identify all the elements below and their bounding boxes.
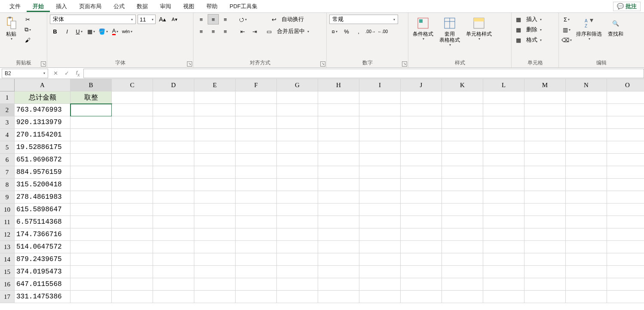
cell[interactable]: 763.9476993	[15, 104, 71, 116]
cell[interactable]	[236, 129, 277, 141]
cell[interactable]	[318, 266, 359, 278]
row-header[interactable]: 13	[0, 241, 15, 253]
cell[interactable]	[318, 278, 359, 291]
cell[interactable]	[359, 191, 401, 204]
cell[interactable]	[153, 104, 194, 116]
cell[interactable]	[71, 116, 112, 129]
cell[interactable]	[277, 241, 318, 253]
cell[interactable]	[318, 291, 359, 303]
cell[interactable]	[401, 241, 442, 253]
cell[interactable]	[483, 228, 524, 241]
cell[interactable]	[607, 266, 644, 278]
row-header[interactable]: 12	[0, 228, 15, 241]
cell[interactable]	[277, 91, 318, 104]
cell[interactable]	[277, 116, 318, 129]
cell[interactable]	[483, 166, 524, 179]
cell[interactable]	[401, 166, 442, 179]
cell[interactable]	[318, 91, 359, 104]
cell[interactable]	[566, 228, 607, 241]
cell[interactable]	[153, 228, 194, 241]
formula-cancel-button[interactable]: ✕	[50, 70, 61, 76]
cell[interactable]	[483, 154, 524, 166]
cell[interactable]	[153, 166, 194, 179]
column-header[interactable]: I	[359, 79, 401, 91]
cell[interactable]	[524, 179, 566, 191]
orientation-button[interactable]: ⭯▾	[237, 15, 248, 24]
cell[interactable]	[71, 191, 112, 204]
cell[interactable]	[607, 116, 644, 129]
cell[interactable]	[524, 104, 566, 116]
cell[interactable]	[442, 179, 483, 191]
font-size-select[interactable]: 11▾	[138, 15, 156, 24]
cell[interactable]	[442, 104, 483, 116]
column-header[interactable]: O	[607, 79, 644, 91]
phonetic-button[interactable]: wén▾	[122, 27, 132, 36]
cell[interactable]	[236, 191, 277, 204]
launcher-number[interactable]: ↘	[402, 61, 407, 67]
cell[interactable]	[442, 204, 483, 216]
annotate-button[interactable]: 💬 批注	[613, 2, 641, 11]
row-header[interactable]: 4	[0, 129, 15, 141]
row-header[interactable]: 11	[0, 216, 15, 228]
tab-home[interactable]: 开始	[27, 1, 50, 12]
font-name-select[interactable]: 宋体▾	[50, 15, 136, 24]
cell[interactable]	[442, 154, 483, 166]
sort-filter-button[interactable]: AZ 排序和筛选▾	[574, 15, 604, 42]
cell[interactable]	[112, 278, 153, 291]
conditional-format-button[interactable]: 条件格式▾	[411, 15, 435, 42]
tab-view[interactable]: 视图	[177, 1, 200, 12]
cell[interactable]	[359, 141, 401, 154]
cell[interactable]	[112, 116, 153, 129]
cell[interactable]	[153, 216, 194, 228]
percent-button[interactable]: %	[341, 27, 352, 36]
cell[interactable]	[442, 278, 483, 291]
increase-font-button[interactable]: A▴	[157, 15, 168, 24]
cell[interactable]	[401, 253, 442, 266]
cell[interactable]	[236, 154, 277, 166]
cell[interactable]	[483, 278, 524, 291]
delete-cells-button[interactable]: ▦ 删除▾	[514, 25, 543, 34]
cell[interactable]	[194, 141, 236, 154]
cell[interactable]	[524, 129, 566, 141]
cell[interactable]	[318, 166, 359, 179]
cell[interactable]	[442, 129, 483, 141]
autosum-button[interactable]: Σ▾	[561, 15, 572, 24]
wrap-text-button[interactable]: ↩ 自动换行	[265, 15, 311, 24]
cell[interactable]	[112, 104, 153, 116]
cell[interactable]	[71, 216, 112, 228]
cell[interactable]	[401, 216, 442, 228]
cell[interactable]	[277, 179, 318, 191]
cell[interactable]	[318, 228, 359, 241]
row-header[interactable]: 1	[0, 91, 15, 104]
cell[interactable]	[359, 116, 401, 129]
cell[interactable]	[607, 91, 644, 104]
fill-color-button[interactable]: 🪣▾	[98, 27, 108, 36]
cell[interactable]	[153, 91, 194, 104]
cell[interactable]	[483, 191, 524, 204]
format-as-table-button[interactable]: 套用 表格格式▾	[438, 15, 462, 48]
cell[interactable]	[194, 116, 236, 129]
cell[interactable]	[524, 278, 566, 291]
launcher-clipboard[interactable]: ↘	[41, 61, 46, 67]
column-header[interactable]: M	[524, 79, 566, 91]
format-painter-button[interactable]: 🖌	[22, 35, 33, 45]
cell[interactable]	[153, 191, 194, 204]
cell[interactable]	[401, 291, 442, 303]
merge-button[interactable]: ▭ 合并后居中▾	[265, 27, 311, 36]
cell[interactable]	[483, 179, 524, 191]
cell[interactable]	[566, 166, 607, 179]
row-header[interactable]: 17	[0, 291, 15, 303]
cell[interactable]	[607, 191, 644, 204]
cell[interactable]	[153, 291, 194, 303]
cell[interactable]	[277, 216, 318, 228]
cell[interactable]	[483, 91, 524, 104]
cell[interactable]	[194, 129, 236, 141]
cell[interactable]	[318, 129, 359, 141]
cell[interactable]	[359, 154, 401, 166]
cell[interactable]	[566, 253, 607, 266]
cell[interactable]: 取整	[71, 91, 112, 104]
cell[interactable]: 总计金额	[15, 91, 71, 104]
cell[interactable]	[483, 266, 524, 278]
cell[interactable]: 514.0647572	[15, 241, 71, 253]
cell[interactable]	[112, 291, 153, 303]
